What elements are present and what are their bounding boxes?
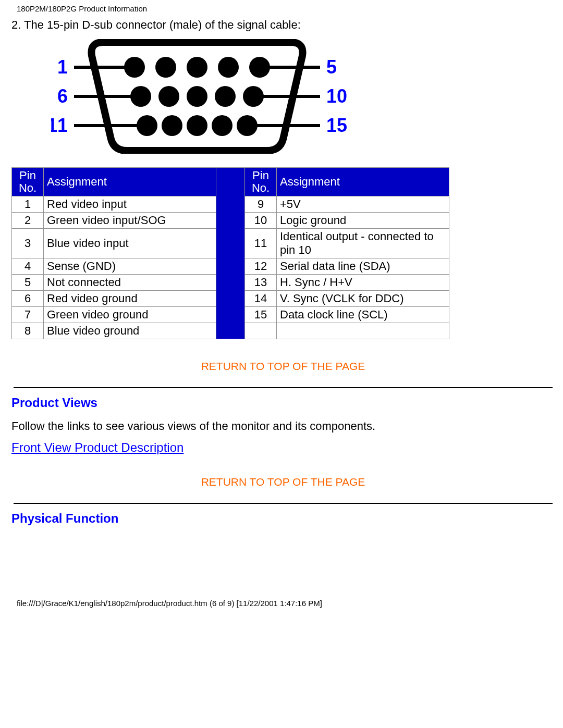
dsub-diagram: 1 6 11 5 10 15 [51,39,555,157]
connector-caption: 2. The 15-pin D-sub connector (male) of … [11,18,555,32]
assign-cell: Identical output - connected to pin 10 [277,229,449,258]
return-top-link[interactable]: RETURN TO TOP OF THE PAGE [11,360,555,373]
col-pin-no: Pin No. [12,168,44,196]
pin-label-5: 5 [326,56,337,78]
assign-cell: Not connected [44,275,216,291]
front-view-link[interactable]: Front View Product Description [11,440,183,454]
pin-assignment-table: Pin No. Assignment Pin No. Assignment 1 … [11,167,449,339]
pin-label-15: 15 [326,115,347,136]
pin-no-cell: 11 [245,229,277,258]
return-top-link[interactable]: RETURN TO TOP OF THE PAGE [11,476,555,488]
assign-cell: Green video ground [44,307,216,323]
pin-no-cell: 3 [12,229,44,258]
pin-icon [162,115,182,136]
pin-icon [187,86,207,107]
page-header: 180P2M/180P2G Product Information [0,0,563,13]
assign-cell: Logic ground [277,213,449,229]
pin-label-11: 11 [51,115,68,136]
pin-no-cell: 6 [12,291,44,307]
col-pin-no: Pin No. [245,168,277,196]
pin-icon [158,86,179,107]
assign-cell: Blue video input [44,229,216,258]
pin-no-cell: 10 [245,213,277,229]
pin-no-cell: 5 [12,275,44,291]
assign-cell: Green video input/SOG [44,213,216,229]
assign-cell: Blue video ground [44,323,216,339]
pin-no-cell: 15 [245,307,277,323]
assign-cell: Red video ground [44,291,216,307]
dsub-svg: 1 6 11 5 10 15 [51,39,353,154]
divider [14,503,553,504]
main-content: 2. The 15-pin D-sub connector (male) of … [0,13,563,526]
pin-icon [212,115,232,136]
assign-cell: +5V [277,196,449,213]
assign-cell: Red video input [44,196,216,213]
pin-no-cell: 9 [245,196,277,213]
pin-icon [218,57,239,78]
divider [14,387,553,388]
col-assignment: Assignment [44,168,216,196]
pin-icon [187,57,207,78]
pin-icon [215,86,236,107]
assign-cell: Data clock line (SCL) [277,307,449,323]
physical-function-title: Physical Function [11,511,555,526]
table-spacer [216,168,245,339]
assign-cell: H. Sync / H+V [277,275,449,291]
page-footer: file:///D|/Grace/K1/english/180p2m/produ… [0,599,563,613]
pin-icon [155,57,176,78]
pin-no-cell: 12 [245,258,277,275]
assign-cell [277,323,449,339]
pin-no-cell: 13 [245,275,277,291]
pin-no-cell: 2 [12,213,44,229]
assign-cell: V. Sync (VCLK for DDC) [277,291,449,307]
assign-cell: Serial data line (SDA) [277,258,449,275]
product-views-title: Product Views [11,396,555,410]
pin-label-6: 6 [57,85,68,107]
col-assignment: Assignment [277,168,449,196]
pin-no-cell: 7 [12,307,44,323]
pin-no-cell: 4 [12,258,44,275]
assign-cell: Sense (GND) [44,258,216,275]
pin-no-cell [245,323,277,339]
pin-no-cell: 1 [12,196,44,213]
pin-label-1: 1 [57,56,68,78]
pin-label-10: 10 [326,85,347,107]
pin-icon [187,115,207,136]
pin-no-cell: 8 [12,323,44,339]
product-views-text: Follow the links to see various views of… [11,419,555,433]
pin-no-cell: 14 [245,291,277,307]
